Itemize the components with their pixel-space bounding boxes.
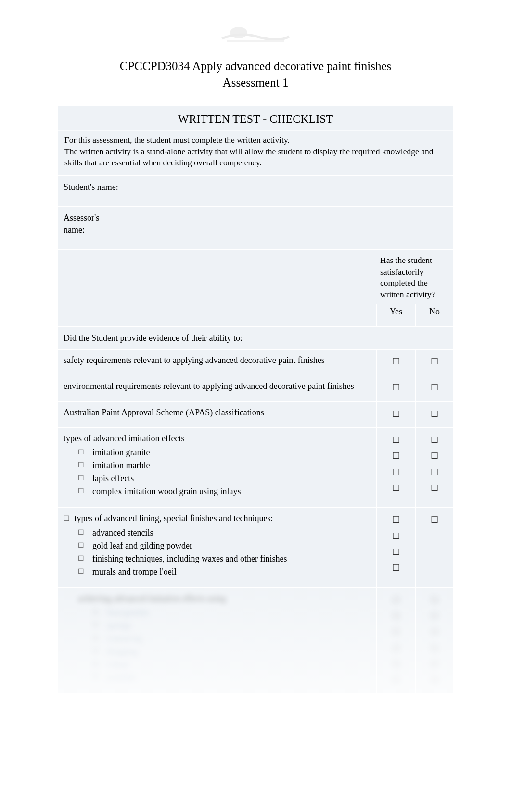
checkbox-icon[interactable]: ☐	[431, 356, 438, 367]
list-item: ☐murals and trompe l'oeil	[78, 565, 370, 578]
no-col: ☐ ☐ ☐ ☐	[415, 428, 453, 507]
eval-question: Has the student satisfactorily completed…	[376, 250, 453, 304]
criteria-text: types of advanced imitation effects ☐imi…	[58, 428, 376, 507]
yes-no-header: Yes No	[58, 304, 453, 326]
list-item: ☐lapis effects	[78, 472, 370, 485]
checkbox-icon[interactable]: ☐	[392, 356, 400, 367]
assessment-number: Assessment 1	[58, 75, 453, 91]
checkbox-icon[interactable]: ☐	[392, 382, 400, 393]
svg-point-0	[230, 27, 247, 38]
bullet-icon: ☐	[78, 527, 84, 537]
bullet-icon: ☐	[64, 514, 72, 523]
list-item: ☐imitation granite	[78, 446, 370, 459]
assessor-name-label: Assessor's name:	[58, 207, 128, 249]
checkbox-icon[interactable]: ☐	[431, 382, 438, 393]
criteria-row-imitation-effects: types of advanced imitation effects ☐imi…	[58, 427, 453, 507]
logo-image	[212, 19, 299, 46]
checkbox-icon[interactable]: ☐	[392, 435, 400, 446]
student-name-value[interactable]	[128, 176, 453, 206]
checkbox-icon[interactable]: ☐	[392, 562, 400, 574]
checkbox-icon[interactable]: ☐	[392, 547, 400, 558]
student-name-label: Student's name:	[58, 176, 128, 206]
bullet-icon: ☐	[78, 473, 84, 483]
title-block: CPCCPD3034 Apply advanced decorative pai…	[58, 58, 453, 91]
eval-header-row: Has the student satisfactorily completed…	[58, 249, 453, 304]
criteria-row-environmental: environmental requirements relevant to a…	[58, 375, 453, 400]
checkbox-icon[interactable]: ☐	[431, 467, 438, 478]
criteria-lead: types of advanced lining, special finish…	[75, 513, 273, 523]
student-name-row: Student's name:	[58, 175, 453, 206]
checklist-table: WRITTEN TEST - CHECKLIST For this assess…	[58, 106, 453, 693]
assessor-name-value[interactable]	[128, 207, 453, 249]
bullet-icon: ☐	[78, 486, 84, 496]
checkbox-icon[interactable]: ☐	[392, 514, 400, 525]
criteria-row-lining-finishes: ☐ types of advanced lining, special fini…	[58, 507, 453, 587]
criteria-text: environmental requirements relevant to a…	[58, 375, 376, 400]
svg-rect-1	[227, 40, 284, 42]
intro-line-2: The written activity is a stand-alone ac…	[64, 146, 447, 169]
checkbox-icon[interactable]: ☐	[392, 467, 400, 478]
criteria-intro: Did the Student provide evidence of thei…	[58, 326, 453, 349]
no-col: ☐	[415, 402, 453, 427]
checkbox-icon[interactable]: ☐	[431, 483, 438, 494]
checkbox-icon[interactable]: ☐	[431, 409, 438, 420]
bullet-icon: ☐	[78, 540, 84, 550]
checkbox-icon[interactable]: ☐	[431, 435, 438, 446]
no-header: No	[415, 304, 453, 326]
criteria-text: ☐ types of advanced lining, special fini…	[58, 508, 376, 587]
bullet-icon: ☐	[78, 447, 84, 457]
criteria-row-apas: Australian Paint Approval Scheme (APAS) …	[58, 401, 453, 427]
criteria-lead: types of advanced imitation effects	[64, 434, 185, 443]
assessor-name-row: Assessor's name:	[58, 206, 453, 249]
criteria-row-safety: safety requirements relevant to applying…	[58, 349, 453, 375]
intro-text: For this assessment, the student must co…	[58, 131, 453, 175]
no-col: ☐	[415, 508, 453, 587]
bullet-icon: ☐	[78, 566, 84, 576]
criteria-row-achieving-effects: achieving advanced imitation effects usi…	[58, 587, 453, 693]
section-heading: WRITTEN TEST - CHECKLIST	[58, 106, 453, 131]
yes-col: ☐	[376, 350, 415, 375]
criteria-text: Australian Paint Approval Scheme (APAS) …	[58, 402, 376, 427]
checkbox-icon[interactable]: ☐	[392, 450, 400, 462]
checkbox-icon[interactable]: ☐	[392, 531, 400, 542]
yes-col: ☐ ☐ ☐ ☐	[376, 428, 415, 507]
checkbox-icon[interactable]: ☐	[431, 514, 438, 525]
list-item: ☐complex imitation wood grain using inla…	[78, 485, 370, 498]
list-item: ☐imitation marble	[78, 459, 370, 472]
intro-line-1: For this assessment, the student must co…	[64, 135, 447, 146]
no-col: ☐	[415, 375, 453, 400]
checkbox-icon[interactable]: ☐	[431, 450, 438, 462]
yes-col: ☐	[376, 375, 415, 400]
list-item: ☐gold leaf and gilding powder	[78, 539, 370, 552]
criteria-sublist: ☐advanced stencils ☐gold leaf and gildin…	[64, 526, 370, 578]
yes-col: ☐ ☐ ☐ ☐	[376, 508, 415, 587]
list-item: ☐advanced stencils	[78, 526, 370, 539]
blur-overlay	[58, 588, 453, 693]
yes-header: Yes	[376, 304, 415, 326]
checkbox-icon[interactable]: ☐	[392, 409, 400, 420]
criteria-text: safety requirements relevant to applying…	[58, 350, 376, 375]
criteria-sublist: ☐imitation granite ☐imitation marble ☐la…	[64, 446, 370, 498]
list-item: ☐finishing techniques, including waxes a…	[78, 552, 370, 565]
yes-col: ☐	[376, 402, 415, 427]
no-col: ☐	[415, 350, 453, 375]
bullet-icon: ☐	[78, 553, 84, 563]
bullet-icon: ☐	[78, 460, 84, 470]
unit-title: CPCCPD3034 Apply advanced decorative pai…	[58, 58, 453, 75]
logo-area	[58, 19, 453, 49]
checkbox-icon[interactable]: ☐	[392, 483, 400, 494]
